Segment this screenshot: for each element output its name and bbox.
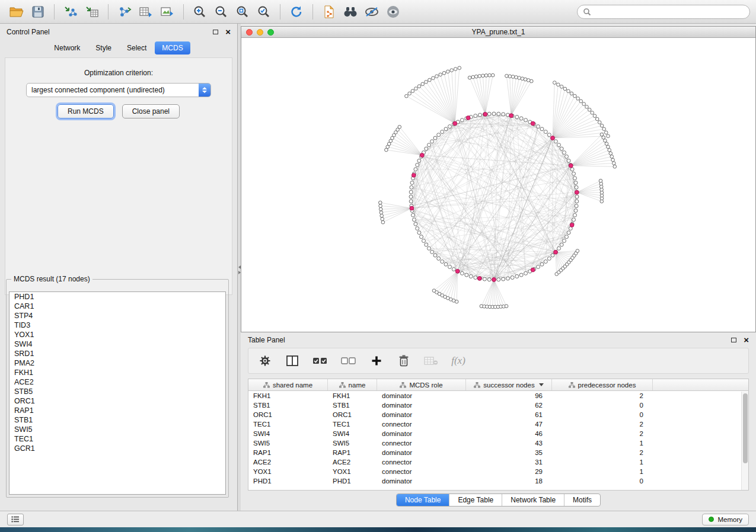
run-mcds-button[interactable]: Run MCDS: [58, 104, 114, 118]
zoom-out-button[interactable]: [210, 3, 232, 21]
network-leaf-node: [381, 217, 384, 221]
select-all-rows-button[interactable]: [312, 353, 328, 368]
mcds-result-item[interactable]: STB5: [9, 387, 225, 396]
mcds-result-item[interactable]: CAR1: [9, 302, 225, 311]
mcds-result-item[interactable]: PHD1: [9, 292, 225, 302]
show-hide-button[interactable]: [382, 3, 404, 21]
table-settings-button[interactable]: [258, 353, 272, 368]
cell-successors: 96: [466, 391, 552, 400]
tab-select[interactable]: Select: [120, 41, 154, 55]
table-row[interactable]: SWI4SWI4dominator462: [248, 429, 748, 438]
mcds-result-item[interactable]: FKH1: [9, 368, 225, 377]
mcds-result-item[interactable]: SWI4: [9, 339, 225, 349]
minimize-window-icon[interactable]: [257, 29, 263, 36]
network-leaf-node: [405, 94, 409, 98]
mcds-result-item[interactable]: ACE2: [9, 377, 225, 387]
node-table: shared namenameMCDS rolesuccessor nodesp…: [248, 379, 749, 491]
zoom-in-button[interactable]: [189, 3, 210, 21]
mcds-tab-content: Optimization criterion: largest connecte…: [5, 57, 232, 295]
table-row[interactable]: RAP1RAP1dominator352: [248, 448, 748, 457]
zoom-selected-button[interactable]: [253, 3, 275, 21]
find-button[interactable]: [340, 3, 361, 21]
table-row[interactable]: YOX1YOX1connector291: [248, 467, 748, 476]
tab-node-table[interactable]: Node Table: [397, 494, 450, 506]
mcds-result-item[interactable]: SRD1: [9, 349, 225, 358]
column-header-name[interactable]: name: [328, 379, 377, 390]
delete-column-button[interactable]: [397, 353, 411, 368]
close-panel-button[interactable]: ×: [225, 29, 231, 35]
network-leaf-node: [608, 149, 611, 152]
network-graph[interactable]: [241, 38, 755, 332]
control-panel-title: Control Panel: [7, 28, 50, 36]
tab-mcds[interactable]: MCDS: [155, 41, 190, 55]
network-leaf-node: [446, 70, 450, 73]
mcds-result-item[interactable]: STB1: [9, 415, 225, 425]
export-network-button[interactable]: [114, 3, 135, 21]
eye-slash-icon: [364, 6, 379, 18]
mcds-result-item[interactable]: STP4: [9, 311, 225, 321]
mcds-result-item[interactable]: SWI5: [9, 425, 225, 434]
table-row[interactable]: SWI5SWI5connector431: [248, 438, 748, 448]
mcds-result-item[interactable]: ORC1: [9, 396, 225, 406]
table-row[interactable]: PHD1PHD1dominator180: [248, 476, 748, 486]
mcds-result-item[interactable]: RAP1: [9, 406, 225, 415]
network-leaf-node: [521, 77, 524, 81]
table-row[interactable]: TEC1TEC1connector472: [248, 419, 748, 429]
float-table-panel-button[interactable]: [731, 338, 736, 342]
tab-network[interactable]: Network: [47, 41, 87, 55]
table-row[interactable]: ORC1ORC1dominator610: [248, 410, 748, 419]
mcds-result-item[interactable]: YOX1: [9, 330, 225, 339]
column-header-successors[interactable]: successor nodes: [466, 379, 552, 390]
deselect-all-rows-button[interactable]: [341, 353, 356, 368]
network-leaf-node: [450, 69, 454, 72]
column-header-predecessors[interactable]: predecessor nodes: [552, 379, 653, 390]
import-network-button[interactable]: [60, 3, 81, 21]
table-row[interactable]: ACE2ACE2connector311: [248, 457, 748, 467]
save-session-button[interactable]: [27, 3, 49, 21]
close-window-icon[interactable]: [246, 29, 253, 36]
show-panel-list-button[interactable]: [7, 514, 24, 525]
export-image-button[interactable]: [157, 3, 178, 21]
zoom-fit-button[interactable]: [232, 3, 253, 21]
global-search-field[interactable]: [577, 5, 750, 19]
selected-criterion-value: largest connected component (undirected): [27, 86, 199, 94]
close-table-panel-button[interactable]: ×: [744, 337, 749, 343]
close-panel-action-button[interactable]: Close panel: [122, 104, 180, 118]
export-table-button[interactable]: [135, 3, 157, 21]
network-canvas[interactable]: [241, 38, 755, 332]
toggle-column-view-button[interactable]: [285, 353, 299, 368]
mcds-result-list[interactable]: PHD1CAR1STP4TID3YOX1SWI4SRD1PMA2FKH1ACE2…: [9, 291, 226, 495]
search-input[interactable]: [595, 8, 744, 16]
function-builder-button[interactable]: f(x): [451, 353, 465, 368]
tab-motifs[interactable]: Motifs: [564, 494, 600, 506]
tab-network-table[interactable]: Network Table: [502, 494, 564, 506]
mcds-result-item[interactable]: TEC1: [9, 434, 225, 444]
add-column-button[interactable]: [369, 353, 384, 368]
column-header-shared_name[interactable]: shared name: [248, 379, 328, 390]
graphics-details-button[interactable]: [361, 3, 382, 21]
network-leaf-node: [607, 134, 610, 138]
refresh-layout-button[interactable]: [286, 3, 307, 21]
open-file-button[interactable]: [6, 3, 27, 21]
tab-style[interactable]: Style: [88, 41, 119, 55]
mcds-result-item[interactable]: TID3: [9, 321, 225, 330]
share-document-button[interactable]: [318, 3, 340, 21]
column-header-role[interactable]: MCDS role: [377, 379, 466, 390]
cell-shared_name: FKH1: [248, 391, 328, 400]
network-node: [497, 112, 500, 116]
import-table-button[interactable]: [81, 3, 103, 21]
memory-button[interactable]: Memory: [702, 514, 749, 525]
tab-edge-table[interactable]: Edge Table: [449, 494, 502, 506]
maximize-window-icon[interactable]: [267, 29, 274, 36]
mcds-result-item[interactable]: GCR1: [9, 444, 225, 453]
network-node: [567, 159, 570, 162]
scrollbar-thumb[interactable]: [743, 393, 748, 463]
float-panel-button[interactable]: [213, 30, 218, 34]
table-row[interactable]: FKH1FKH1dominator962: [248, 391, 748, 400]
clear-table-button[interactable]: [424, 353, 438, 368]
table-scrollbar[interactable]: [741, 392, 748, 490]
table-row[interactable]: STB1STB1dominator620: [248, 400, 748, 410]
mcds-result-item[interactable]: PMA2: [9, 358, 225, 368]
optimization-criterion-select[interactable]: largest connected component (undirected): [26, 83, 211, 97]
network-window-titlebar[interactable]: YPA_prune.txt_1: [241, 27, 755, 38]
